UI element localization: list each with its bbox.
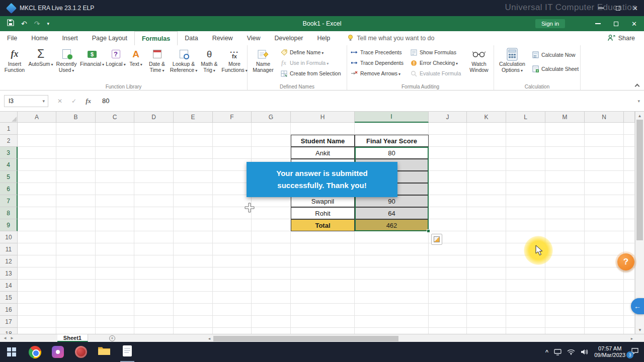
cell-J5[interactable]: [429, 171, 467, 183]
cell-D4[interactable]: [134, 159, 174, 171]
row-header-16[interactable]: 16: [0, 304, 18, 316]
cell-H3[interactable]: Ankit: [291, 147, 355, 159]
more-functions-button[interactable]: fx More Functions: [220, 46, 249, 73]
cell-G17[interactable]: [252, 316, 291, 328]
cell-J4[interactable]: [429, 159, 467, 171]
cell-N14[interactable]: [585, 280, 624, 292]
cell-F11[interactable]: [213, 243, 252, 255]
cell-A8[interactable]: [18, 207, 56, 219]
cell-L5[interactable]: [506, 171, 545, 183]
cell-B7[interactable]: [56, 195, 96, 207]
cell-N9[interactable]: [585, 219, 624, 231]
cell-J8[interactable]: [429, 207, 467, 219]
cell-I11[interactable]: [355, 243, 429, 255]
column-header-B[interactable]: B: [56, 112, 96, 123]
cell-N16[interactable]: [585, 304, 624, 316]
cell-J2[interactable]: [429, 135, 467, 147]
column-header-E[interactable]: E: [174, 112, 213, 123]
cell-M2[interactable]: [545, 135, 585, 147]
autosum-button[interactable]: Σ AutoSum: [28, 46, 53, 67]
cell-L1[interactable]: [506, 123, 545, 135]
row-header-7[interactable]: 7: [0, 195, 18, 207]
cell-E16[interactable]: [174, 304, 213, 316]
cell-F17[interactable]: [213, 316, 252, 328]
sign-in-button[interactable]: Sign in: [535, 19, 565, 28]
cell-N6[interactable]: [585, 183, 624, 195]
cell-N10[interactable]: [585, 231, 624, 243]
confirm-entry-icon[interactable]: ✓: [71, 98, 76, 105]
cell-D5[interactable]: [134, 171, 174, 183]
column-header-G[interactable]: G: [252, 112, 291, 123]
cell-G12[interactable]: [252, 255, 291, 267]
cell-G11[interactable]: [252, 243, 291, 255]
insert-function-button[interactable]: fx Insert Function: [1, 46, 28, 73]
cell-K11[interactable]: [467, 243, 506, 255]
cell-H13[interactable]: [291, 267, 355, 280]
cell-H10[interactable]: [291, 231, 355, 243]
cell-C2[interactable]: [96, 135, 134, 147]
remove-arrows-button[interactable]: Remove Arrows: [349, 69, 407, 78]
cell-K6[interactable]: [467, 183, 506, 195]
cell-E17[interactable]: [174, 316, 213, 328]
row-header-12[interactable]: 12: [0, 255, 18, 267]
cell-C7[interactable]: [96, 195, 134, 207]
app-minimize-button[interactable]: [598, 8, 604, 9]
cell-C4[interactable]: [96, 159, 134, 171]
text-button[interactable]: A Text: [127, 46, 145, 67]
tab-developer[interactable]: Developer: [268, 31, 310, 45]
cell-I9[interactable]: 462: [355, 219, 429, 231]
cell-G15[interactable]: [252, 292, 291, 304]
cell-I1[interactable]: [355, 123, 429, 135]
cell-K13[interactable]: [467, 267, 506, 280]
tab-formulas[interactable]: Formulas: [134, 31, 178, 45]
cell-D15[interactable]: [134, 292, 174, 304]
cell-K3[interactable]: [467, 147, 506, 159]
cell-G18[interactable]: [252, 328, 291, 334]
cell-B12[interactable]: [56, 255, 96, 267]
row-header-5[interactable]: 5: [0, 171, 18, 183]
cell-A1[interactable]: [18, 123, 56, 135]
cell-M8[interactable]: [545, 207, 585, 219]
cell-H2[interactable]: Student Name: [291, 135, 355, 147]
cell-J12[interactable]: [429, 255, 467, 267]
cell-M1[interactable]: [545, 123, 585, 135]
cell-C14[interactable]: [96, 280, 134, 292]
cell-J18[interactable]: [429, 328, 467, 334]
add-sheet-button[interactable]: +: [109, 335, 115, 341]
cell-M17[interactable]: [545, 316, 585, 328]
cell-J13[interactable]: [429, 267, 467, 280]
cell-L16[interactable]: [506, 304, 545, 316]
cell-N2[interactable]: [585, 135, 624, 147]
cell-G13[interactable]: [252, 267, 291, 280]
date-time-button[interactable]: Date & Time: [145, 46, 169, 73]
cell-E2[interactable]: [174, 135, 213, 147]
vertical-scroll-thumb[interactable]: [636, 120, 643, 240]
cell-L6[interactable]: [506, 183, 545, 195]
cell-D2[interactable]: [134, 135, 174, 147]
cell-C1[interactable]: [96, 123, 134, 135]
cell-N5[interactable]: [585, 171, 624, 183]
cell-C5[interactable]: [96, 171, 134, 183]
cell-J17[interactable]: [429, 316, 467, 328]
cell-L2[interactable]: [506, 135, 545, 147]
cell-L4[interactable]: [506, 159, 545, 171]
cell-N4[interactable]: [585, 159, 624, 171]
cell-A6[interactable]: [18, 183, 56, 195]
cell-N11[interactable]: [585, 243, 624, 255]
cell-N17[interactable]: [585, 316, 624, 328]
cell-H11[interactable]: [291, 243, 355, 255]
cell-J16[interactable]: [429, 304, 467, 316]
action-center-button[interactable]: 3: [631, 347, 639, 357]
cell-F14[interactable]: [213, 280, 252, 292]
cell-B15[interactable]: [56, 292, 96, 304]
cell-M6[interactable]: [545, 183, 585, 195]
cell-F12[interactable]: [213, 255, 252, 267]
cell-N15[interactable]: [585, 292, 624, 304]
scroll-up-icon[interactable]: ▲: [635, 112, 644, 120]
cell-H16[interactable]: [291, 304, 355, 316]
row-header-18[interactable]: 18: [0, 328, 18, 334]
cell-H15[interactable]: [291, 292, 355, 304]
cell-L7[interactable]: [506, 195, 545, 207]
evaluate-formula-button[interactable]: Evaluate Formula: [409, 69, 465, 78]
cell-H1[interactable]: [291, 123, 355, 135]
